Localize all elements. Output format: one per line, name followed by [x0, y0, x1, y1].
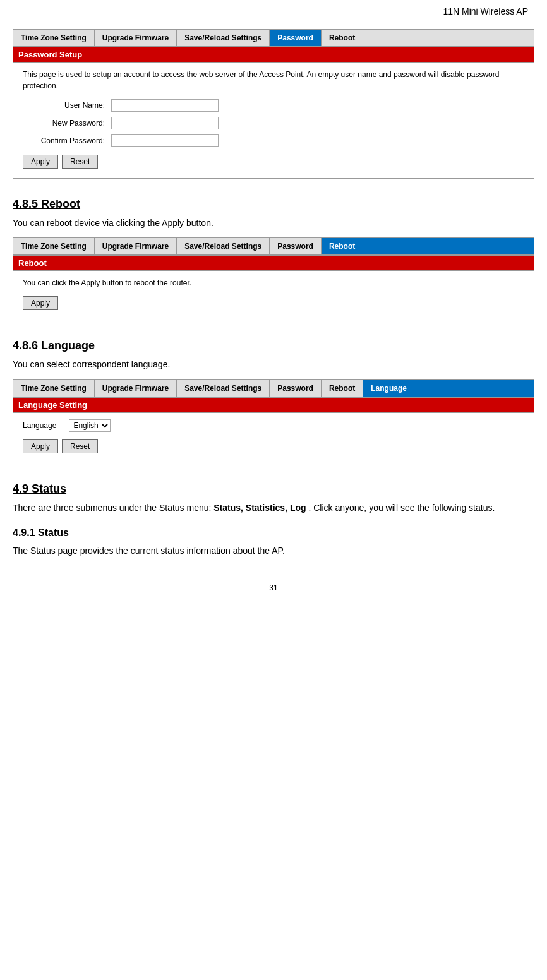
language-label: Language [23, 421, 69, 430]
reboot-description: You can click the Apply button to reboot… [23, 277, 524, 289]
password-description: This page is used to setup an account to… [23, 69, 524, 92]
tab-save-reload-3[interactable]: Save/Reload Settings [177, 380, 270, 397]
new-password-input[interactable] [111, 117, 219, 129]
status-sub-text: The Status page provides the current sta… [13, 544, 534, 558]
tab-reboot-1[interactable]: Reboot [322, 30, 534, 46]
username-label: User Name: [23, 101, 111, 110]
password-reset-button[interactable]: Reset [62, 155, 98, 169]
password-nav-tabs: Time Zone Setting Upgrade Firmware Save/… [13, 29, 534, 47]
reboot-apply-button[interactable]: Apply [23, 296, 58, 310]
language-nav-tabs: Time Zone Setting Upgrade Firmware Save/… [13, 379, 534, 397]
password-box-title: Password Setup [13, 47, 534, 63]
status-text: There are three submenus under the Statu… [13, 501, 534, 515]
username-row: User Name: [23, 99, 524, 112]
tab-reboot-2[interactable]: Reboot [322, 238, 534, 254]
language-heading: 4.8.6 Language [13, 339, 534, 352]
reboot-nav-tabs: Time Zone Setting Upgrade Firmware Save/… [13, 237, 534, 255]
password-content-box: Password Setup This page is used to setu… [13, 47, 534, 179]
tab-time-zone-setting-3[interactable]: Time Zone Setting [13, 380, 95, 397]
language-apply-button[interactable]: Apply [23, 439, 58, 453]
tab-time-zone-setting-2[interactable]: Time Zone Setting [13, 238, 95, 254]
tab-password-2[interactable]: Password [270, 238, 322, 254]
reboot-button-row: Apply [23, 296, 524, 310]
password-button-row: Apply Reset [23, 155, 524, 169]
language-intro-text: You can select correspondent language. [13, 357, 534, 371]
tab-password-1[interactable]: Password [270, 30, 322, 46]
confirm-password-label: Confirm Password: [23, 136, 111, 145]
confirm-password-input[interactable] [111, 134, 219, 147]
language-reset-button[interactable]: Reset [62, 439, 98, 453]
username-input[interactable] [111, 99, 219, 112]
status-text-suffix: . Click anyone, you will see the followi… [308, 503, 495, 513]
language-content-box: Language Setting Language English Apply … [13, 397, 534, 463]
status-text-prefix: There are three submenus under the Statu… [13, 503, 211, 513]
confirm-password-row: Confirm Password: [23, 134, 524, 147]
tab-upgrade-firmware-3[interactable]: Upgrade Firmware [95, 380, 177, 397]
tab-upgrade-firmware-1[interactable]: Upgrade Firmware [95, 30, 177, 46]
tab-reboot-3[interactable]: Reboot [322, 380, 363, 397]
tab-save-reload-1[interactable]: Save/Reload Settings [177, 30, 270, 46]
status-text-bold: Status, Statistics, Log [213, 503, 306, 513]
tab-password-3[interactable]: Password [270, 380, 322, 397]
tab-upgrade-firmware-2[interactable]: Upgrade Firmware [95, 238, 177, 254]
tab-save-reload-2[interactable]: Save/Reload Settings [177, 238, 270, 254]
status-heading: 4.9 Status [13, 482, 534, 496]
language-row: Language English [23, 419, 524, 432]
reboot-box-title: Reboot [13, 256, 534, 271]
status-sub-heading: 4.9.1 Status [13, 527, 534, 539]
tab-language-3[interactable]: Language [363, 380, 534, 397]
reboot-heading: 4.8.5 Reboot [13, 198, 534, 211]
reboot-content-box: Reboot You can click the Apply button to… [13, 255, 534, 320]
new-password-row: New Password: [23, 117, 524, 129]
tab-time-zone-setting-1[interactable]: Time Zone Setting [13, 30, 95, 46]
reboot-intro-text: You can reboot device via clicking the A… [13, 216, 534, 230]
password-apply-button[interactable]: Apply [23, 155, 58, 169]
page-header-title: 11N Mini Wireless AP [13, 6, 534, 16]
page-number: 31 [13, 583, 534, 592]
language-select[interactable]: English [69, 419, 111, 432]
new-password-label: New Password: [23, 119, 111, 128]
language-button-row: Apply Reset [23, 439, 524, 453]
language-box-title: Language Setting [13, 398, 534, 413]
